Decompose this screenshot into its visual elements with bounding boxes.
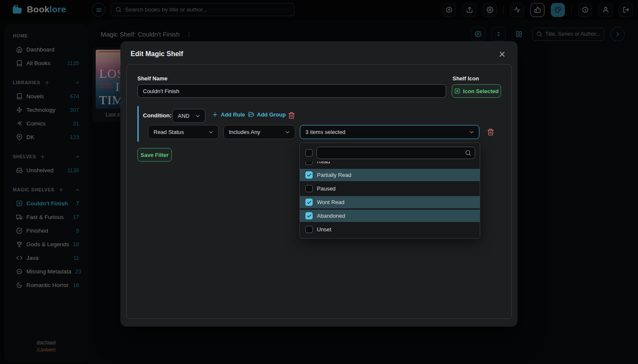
select-all-checkbox[interactable] (305, 149, 313, 156)
option-checkbox[interactable] (305, 171, 313, 179)
option-label: Paused (317, 185, 336, 192)
modal-title: Edit Magic Shelf (131, 50, 496, 58)
option-wont-read[interactable]: Wont Read (300, 196, 480, 208)
save-filter-button[interactable]: Save Filter (137, 148, 172, 162)
shelf-name-label: Shelf Name (137, 75, 168, 82)
add-rule-button[interactable]: Add Rule (212, 111, 245, 118)
check-icon (307, 213, 312, 219)
search-icon (465, 150, 471, 156)
chevron-down-icon (195, 113, 201, 119)
option-label: Wont Read (317, 199, 345, 205)
modal-header: Edit Magic Shelf (120, 41, 518, 60)
booklore-app: { "topbar": { "logo": { "text_primary": … (0, 0, 638, 364)
option-label: Partially Read (317, 172, 351, 178)
option-paused[interactable]: Paused (300, 182, 480, 195)
option-label: Read (317, 162, 330, 165)
x-square-icon (454, 88, 460, 94)
rule-field-select[interactable]: Read Status (148, 125, 219, 139)
option-checkbox[interactable] (305, 212, 313, 219)
multiselect-dropdown-panel: ReadPartially ReadPausedWont ReadAbandon… (299, 142, 480, 239)
check-icon (307, 200, 312, 205)
dropdown-option-list: ReadPartially ReadPausedWont ReadAbandon… (300, 162, 480, 238)
condition-label: Condition: (143, 112, 171, 119)
rule-operator-select[interactable]: Includes Any (223, 125, 295, 139)
shelf-name-input[interactable] (137, 84, 446, 98)
option-label: Unset (317, 226, 331, 233)
plus-icon (212, 111, 218, 118)
dropdown-header (300, 143, 480, 162)
option-unset[interactable]: Unset (300, 223, 480, 236)
close-icon (498, 51, 506, 58)
option-read[interactable]: Read (300, 162, 480, 168)
trash-icon (288, 112, 295, 119)
shelf-icon-label: Shelf Icon (453, 75, 479, 82)
condition-operator-select[interactable]: AND (172, 109, 205, 123)
rule-value-multiselect[interactable]: 3 items selected (300, 125, 479, 139)
chevron-down-icon (208, 129, 214, 135)
dropdown-search-input[interactable] (316, 147, 475, 159)
option-checkbox[interactable] (305, 185, 313, 192)
trash-icon (487, 128, 494, 136)
folder-open-icon (248, 111, 254, 118)
chevron-down-icon (469, 129, 475, 135)
close-button[interactable] (496, 48, 508, 60)
option-checkbox[interactable] (305, 226, 313, 233)
dropdown-search (316, 147, 475, 159)
option-checkbox[interactable] (305, 162, 313, 165)
delete-group-button[interactable] (288, 112, 295, 119)
condition-group-bar (137, 106, 139, 142)
edit-magic-shelf-modal: Edit Magic Shelf Shelf Name Shelf Icon I… (120, 41, 518, 327)
option-label: Abandoned (317, 213, 345, 219)
chevron-down-icon (285, 129, 291, 135)
delete-rule-button[interactable] (487, 128, 494, 136)
option-abandoned[interactable]: Abandoned (300, 210, 480, 222)
icon-selected-button[interactable]: Icon Selected (452, 84, 501, 98)
check-icon (307, 173, 312, 178)
add-group-button[interactable]: Add Group (248, 111, 286, 118)
option-checkbox[interactable] (305, 199, 313, 206)
option-partially-read[interactable]: Partially Read (300, 169, 480, 181)
shelf-form-card: Shelf Name Shelf Icon Icon Selected Cond… (126, 64, 512, 319)
